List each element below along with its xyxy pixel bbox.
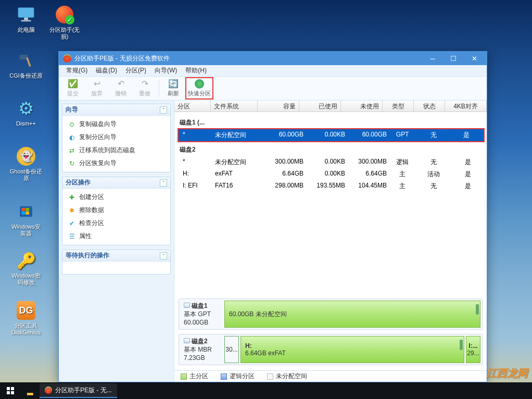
maximize-button[interactable]: ☐ — [443, 53, 464, 64]
menu-wizard[interactable]: 向导(W) — [150, 65, 181, 76]
panel-pending-title: 等待执行的操作 — [66, 251, 109, 260]
create-icon: ✚ — [68, 193, 76, 202]
swatch-unalloc — [267, 373, 273, 380]
desktop-icon-pa[interactable]: ✓ 分区助手(无损) — [48, 4, 81, 40]
col-4k[interactable]: 4KB对齐 — [445, 101, 487, 111]
props-icon: ☰ — [68, 232, 76, 241]
wiz-copy-part[interactable]: ◐复制分区向导 — [62, 131, 170, 144]
desktop-icon-winpwd[interactable]: 🔑 Windows密码修改 — [9, 250, 43, 286]
close-button[interactable]: ✕ — [464, 53, 485, 64]
svg-rect-10 — [7, 387, 10, 390]
tb-undo[interactable]: ↶撤销 — [109, 79, 133, 97]
file-explorer-button[interactable]: ▂ — [21, 386, 40, 395]
tb-quick-partition[interactable]: 快速分区 — [187, 79, 211, 97]
panel-wizard: 向导ˇ ⊙复制磁盘向导 ◐复制分区向导 ⇄迁移系统到固态磁盘 ↻分区恢复向导 — [62, 104, 171, 172]
desktop-icon-dism[interactable]: ⚙ Dism++ — [9, 98, 43, 127]
highlight-box-quick: 快速分区 — [185, 77, 213, 99]
op-props[interactable]: ☰属性 — [62, 230, 170, 243]
wiz-recover[interactable]: ↻分区恢复向导 — [62, 157, 170, 170]
partition-slot[interactable]: I:...29... — [466, 336, 480, 363]
disk-bar-2[interactable]: 磁盘2 基本 MBR 7.23GB 30... H:6.64GB exFAT I… — [179, 334, 483, 365]
window-title: 分区助手PE版 - 无损分区免费软件 — [74, 54, 422, 63]
col-type[interactable]: 类型 — [383, 101, 414, 111]
taskbar-app[interactable]: 分区助手PE版 - 无... — [40, 383, 117, 398]
col-capacity[interactable]: 容量 — [258, 101, 299, 111]
pa-icon: ✓ — [54, 4, 75, 25]
svg-rect-13 — [11, 391, 14, 394]
tb-discard[interactable]: ↩放弃 — [85, 79, 109, 97]
column-header: 分区 文件系统 容量 已使用 未使用 类型 状态 4KB对齐 — [174, 101, 487, 112]
ghost-icon: 👻 — [16, 146, 36, 167]
partition-slot[interactable]: 30... — [224, 336, 239, 363]
start-button[interactable] — [0, 382, 21, 399]
table-row[interactable]: * 未分配空间 60.00GB 0.00KB 60.00GB GPT 无 是 — [179, 129, 484, 141]
svg-rect-8 — [22, 211, 26, 215]
col-free[interactable]: 未使用 — [341, 101, 383, 111]
tb-redo[interactable]: ↷重做 — [133, 79, 157, 97]
swatch-logical — [221, 373, 227, 380]
svg-rect-2 — [21, 20, 31, 21]
app-mini-icon — [45, 386, 52, 394]
col-partition[interactable]: 分区 — [174, 101, 211, 111]
winflag-icon — [16, 201, 36, 222]
partition-slot[interactable]: H:6.64GB exFAT — [240, 336, 464, 363]
svg-rect-11 — [11, 387, 14, 390]
partition-list: 磁盘1 (... * 未分配空间 60.00GB 0.00KB 60.00GB … — [174, 112, 487, 195]
titlebar[interactable]: 分区助手PE版 - 无损分区免费软件 ─ ☐ ✕ — [59, 52, 487, 65]
panel-ops: 分区操作ˇ ✚创建分区 ✱擦除数据 ✔检查分区 ☰属性 — [62, 177, 171, 245]
collapse-button[interactable]: ˇ — [160, 106, 167, 114]
monitor-icon — [16, 4, 36, 25]
panel-ops-title: 分区操作 — [66, 178, 91, 187]
migrate-icon: ⇄ — [68, 146, 76, 155]
op-wipe[interactable]: ✱擦除数据 — [62, 204, 170, 217]
gear-icon: ⚙ — [16, 98, 36, 119]
desktop-icon-diskgenius[interactable]: DG 分区工具 DiskGenius — [9, 300, 43, 336]
disk-copy-icon: ⊙ — [68, 120, 76, 129]
svg-rect-9 — [26, 211, 29, 215]
table-row[interactable]: H:exFAT6.64GB0.00KB6.64GB主活动是 — [179, 168, 487, 180]
disk-group-1[interactable]: 磁盘1 (... — [180, 118, 487, 127]
swatch-main — [181, 373, 187, 380]
partition-slot[interactable]: 60.00GB 未分配空间 — [224, 301, 480, 328]
op-check[interactable]: ✔检查分区 — [62, 217, 170, 230]
watermark-text: 江西龙网 — [486, 366, 528, 380]
collapse-button[interactable]: ˇ — [160, 252, 167, 259]
wiz-copy-disk[interactable]: ⊙复制磁盘向导 — [62, 118, 170, 131]
menu-disk[interactable]: 磁盘(D) — [92, 65, 121, 76]
desktop-icon-cgi[interactable]: CGI备份还原 — [9, 50, 43, 79]
app-window: 分区助手PE版 - 无损分区免费软件 ─ ☐ ✕ 常规(G) 磁盘(D) 分区(… — [58, 51, 487, 382]
undo-icon: ↩ — [85, 79, 109, 89]
tb-refresh[interactable]: 🔄刷新 — [161, 79, 185, 97]
col-filesystem[interactable]: 文件系统 — [211, 101, 258, 111]
wiz-migrate-ssd[interactable]: ⇄迁移系统到固态磁盘 — [62, 144, 170, 157]
disk-bar-1[interactable]: 磁盘1 基本 GPT 60.00GB 60.00GB 未分配空间 — [179, 298, 483, 330]
op-create[interactable]: ✚创建分区 — [62, 191, 170, 204]
resize-handle[interactable] — [460, 340, 463, 350]
table-row[interactable]: I: EFIFAT16298.00MB193.55MB104.45MB主无是 — [179, 180, 487, 192]
collapse-button[interactable]: ˇ — [160, 179, 167, 186]
menu-general[interactable]: 常规(G) — [62, 65, 92, 76]
menu-partition[interactable]: 分区(P) — [121, 65, 150, 76]
resize-handle[interactable] — [476, 304, 479, 315]
svg-rect-4 — [26, 57, 31, 67]
disk-group-2[interactable]: 磁盘2 — [180, 145, 487, 154]
desktop-icon-this-pc[interactable]: 此电脑 — [9, 4, 43, 33]
tb-commit[interactable]: ✅提交 — [61, 79, 85, 97]
toolbar: ✅提交 ↩放弃 ↶撤销 ↷重做 🔄刷新 快速分区 — [59, 77, 487, 101]
part-copy-icon: ◐ — [68, 133, 76, 142]
refresh-icon: 🔄 — [161, 79, 185, 89]
panel-pending: 等待执行的操作ˇ — [62, 250, 171, 275]
wipe-icon: ✱ — [68, 206, 76, 215]
table-row[interactable]: *未分配空间300.00MB0.00KB300.00MB逻辑无是 — [179, 156, 487, 168]
hammer-icon — [16, 50, 36, 71]
svg-rect-7 — [26, 208, 29, 211]
col-status[interactable]: 状态 — [414, 101, 445, 111]
desktop-icon-ghost[interactable]: 👻 Ghost备份还原 — [9, 146, 43, 182]
main-area: 分区 文件系统 容量 已使用 未使用 类型 状态 4KB对齐 磁盘1 (... … — [174, 101, 487, 382]
desktop-icon-wininst[interactable]: Windows安装器 — [9, 201, 43, 237]
app-icon — [63, 54, 71, 63]
minimize-button[interactable]: ─ — [422, 53, 443, 64]
disk-bar-area: 磁盘1 基本 GPT 60.00GB 60.00GB 未分配空间 磁盘2 基本 … — [174, 295, 487, 370]
menu-help[interactable]: 帮助(H) — [181, 65, 211, 76]
col-used[interactable]: 已使用 — [299, 101, 341, 111]
